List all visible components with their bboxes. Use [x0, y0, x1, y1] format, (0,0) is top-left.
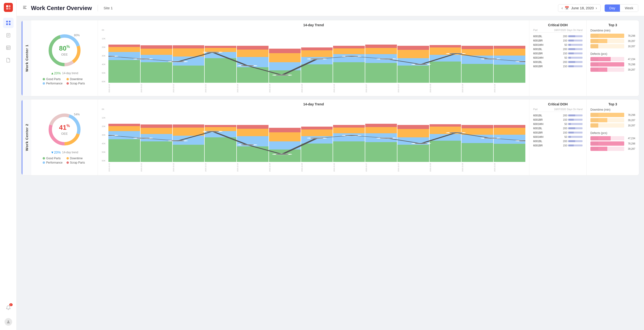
downtime-section: Downtime (min) 78,298 39,287: [590, 29, 635, 49]
critical-row: 6001WH 50: [533, 43, 582, 47]
defects-label: Defects (pcs): [590, 52, 635, 56]
svg-point-26: [170, 61, 186, 62]
sidebar-item-notifications[interactable]: 2: [3, 302, 14, 313]
svg-point-46: [274, 154, 290, 155]
svg-point-50: [413, 143, 430, 144]
trend-text: 14-day trend: [62, 151, 78, 154]
sidebar-item-table[interactable]: [3, 43, 14, 53]
legend-label: Scrap Parts: [70, 161, 85, 164]
critical-row: 6001BL 200: [533, 60, 582, 64]
svg-rect-1: [8, 5, 10, 7]
defects-bar-row: 78,298: [590, 141, 635, 146]
downtime-label: Downtime (min): [590, 29, 635, 32]
x-label: 2019-10-27: [366, 83, 397, 93]
critical-row: 6001WH 50: [533, 56, 582, 60]
donut-center: 41% OEE: [59, 124, 70, 135]
bar-chart-area: 60K50K40K30K20K10K0K: [102, 108, 525, 172]
day-week-toggle: Day Week: [604, 4, 638, 12]
critical-header: Part 18/07/2020 Days On Hand: [533, 108, 582, 112]
x-label: 2019-10-24: [237, 83, 268, 93]
sidebar: 2: [0, 0, 17, 330]
menu-icon[interactable]: [22, 5, 27, 11]
downtime-bar-row: 18,287: [590, 44, 635, 48]
svg-point-53: [517, 140, 525, 141]
legend-item: Good Parts: [43, 78, 63, 81]
svg-point-47: [308, 138, 325, 139]
legend-label: Good Parts: [46, 78, 61, 81]
trend-label: ▼20% 14-day trend: [51, 150, 78, 154]
sidebar-item-dashboard[interactable]: [3, 18, 14, 28]
x-label: 2019-10-25: [301, 162, 332, 172]
downtime-bar-row: 78,298: [590, 34, 635, 38]
svg-point-30: [308, 58, 325, 59]
svg-rect-2: [6, 8, 8, 10]
svg-point-29: [274, 75, 290, 76]
x-label: 2019-10-22: [140, 162, 172, 172]
sidebar-item-document[interactable]: [3, 55, 14, 65]
critical-row: 6001BL 200: [533, 126, 582, 130]
svg-point-31: [343, 56, 360, 57]
critical-doh-title: Critical DOH: [533, 102, 582, 106]
defects-bar-row: 78,298: [590, 62, 635, 67]
x-label: 2019-10-23: [205, 83, 236, 93]
sidebar-item-reports[interactable]: [3, 30, 14, 41]
bars-container: [108, 45, 525, 83]
critical-row: 6001BR 150: [533, 143, 582, 148]
defects-bar-row: 39,287: [590, 147, 635, 151]
legend-item: Good Parts: [43, 157, 63, 160]
critical-row: 6001BR 150: [533, 38, 582, 43]
x-label: 2019-10-22: [108, 162, 140, 172]
trend-arrow: ▼20%: [51, 150, 61, 154]
trend-line-svg: [108, 124, 525, 162]
week-button[interactable]: Week: [620, 5, 638, 12]
sidebar-item-user[interactable]: [3, 317, 14, 327]
svg-point-33: [413, 64, 430, 65]
svg-rect-5: [9, 21, 10, 23]
legend-item: Scrap Parts: [66, 82, 86, 85]
critical-row: 6001WH 50: [533, 135, 582, 139]
trend-text: 14-day trend: [62, 72, 78, 75]
svg-rect-3: [8, 8, 10, 10]
x-label: 2019-10-25: [301, 83, 332, 93]
top3-column: Top 3 Downtime (min) 78,298 39,287: [586, 20, 639, 96]
svg-point-45: [239, 144, 256, 145]
critical-doh-column: Critical DOH Part 18/07/2020 Days On Han…: [530, 99, 586, 175]
legend-item: Performance: [43, 82, 63, 85]
x-label: 2019-10-28: [462, 83, 493, 93]
donut-chart: 54% 41% OEE: [46, 110, 84, 149]
svg-rect-6: [6, 23, 8, 25]
oee-percentage: 80%: [59, 45, 70, 52]
svg-point-27: [204, 52, 221, 53]
trend-line-svg: [108, 45, 525, 83]
x-label: 2019-10-27: [366, 162, 397, 172]
legend-item: Downtime: [66, 78, 86, 81]
svg-point-35: [482, 58, 499, 59]
critical-row: 6001WH 50: [533, 122, 582, 126]
x-label: 2019-10-28: [462, 162, 493, 172]
prev-date-button[interactable]: ‹: [562, 6, 563, 10]
defects-bar-row: 39,287: [590, 68, 635, 72]
chart-title: 14-day Trend: [102, 102, 525, 106]
notification-badge: 2: [9, 303, 13, 306]
donut-column: 80% 80% OEE ▲20% 14-day trend Good Parts…: [31, 20, 98, 96]
chart-legend: Good PartsDowntimePerformanceScrap Parts: [43, 78, 86, 85]
svg-rect-7: [9, 23, 10, 25]
x-label: 2019-10-27: [398, 162, 429, 172]
x-label: 2019-10-26: [333, 83, 365, 93]
site-label[interactable]: Site 1: [104, 6, 113, 10]
svg-point-44: [204, 131, 221, 132]
svg-point-25: [135, 58, 152, 59]
day-button[interactable]: Day: [605, 5, 620, 12]
x-label: 2019-10-25: [269, 162, 300, 172]
critical-row: 6001BR 150: [533, 118, 582, 122]
donut-chart: 80% 80% OEE: [46, 31, 84, 69]
next-date-button[interactable]: ›: [596, 6, 597, 10]
svg-point-43: [170, 140, 186, 141]
title-divider: [98, 5, 98, 12]
svg-rect-12: [6, 46, 10, 50]
svg-point-36: [517, 61, 525, 62]
downtime-bar-row: 39,287: [590, 39, 635, 43]
critical-row: 6001BR 150: [533, 51, 582, 56]
critical-header: Part 18/07/2020 Days On Hand: [533, 29, 582, 33]
x-label: 2019-10-23: [173, 83, 204, 93]
